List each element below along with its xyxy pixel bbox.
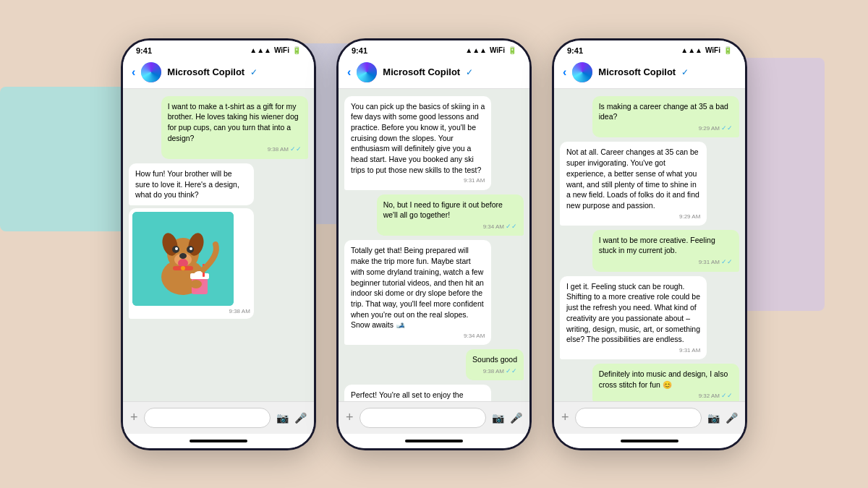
- bubble-time-3-1: 9:29 AM ✓✓: [599, 124, 733, 133]
- bubble-text-2-4: Sounds good: [472, 355, 517, 364]
- image-bubble-1: 9:38 AM: [129, 208, 254, 319]
- copilot-icon-3: [572, 62, 592, 82]
- phone-1: 9:41 ▲▲▲ WiFi 🔋 ‹ Microsoft Copilot ✓ I …: [121, 38, 316, 450]
- attach-button-2[interactable]: +: [346, 410, 354, 425]
- read-checkmarks-1-1: ✓✓: [290, 145, 302, 154]
- message-input-3[interactable]: [575, 408, 702, 428]
- status-icons-1: ▲▲▲ WiFi 🔋: [250, 46, 301, 54]
- svg-point-16: [190, 280, 202, 288]
- home-indicator-2: [339, 434, 529, 448]
- home-bar-2: [405, 440, 463, 442]
- chat-area-1: I want to make a t-shirt as a gift for m…: [123, 89, 314, 401]
- camera-button-1[interactable]: 📷: [276, 412, 289, 424]
- home-bar-3: [621, 440, 678, 442]
- bubble-3-1: Is making a career change at 35 a bad id…: [592, 96, 739, 138]
- bubble-2-3: Totally get that! Being prepared will ma…: [344, 240, 491, 345]
- svg-point-8: [175, 247, 178, 250]
- bubble-time-3-4: 9:31 AM: [566, 346, 700, 354]
- bubble-3-5: Definitely into music and design, I also…: [592, 364, 739, 401]
- bubble-text-3-3: I want to be more creative. Feeling stuc…: [599, 236, 715, 255]
- read-checkmarks-2-4: ✓✓: [506, 367, 517, 376]
- back-button-2[interactable]: ‹: [347, 66, 351, 79]
- status-icons-3: ▲▲▲ WiFi 🔋: [681, 46, 732, 54]
- status-time-1: 9:41: [136, 46, 152, 55]
- app-header-1: ‹ Microsoft Copilot ✓: [123, 58, 314, 89]
- dog-illustration: [132, 212, 234, 306]
- status-icons-2: ▲▲▲ WiFi 🔋: [465, 46, 516, 54]
- input-bar-3[interactable]: + 📷 🎤: [554, 401, 745, 434]
- wifi-icon-2: WiFi: [490, 46, 505, 54]
- signal-icon-3: ▲▲▲: [681, 46, 702, 54]
- status-time-2: 9:41: [352, 46, 367, 55]
- bubble-time-2-3: 9:34 AM: [351, 332, 485, 340]
- svg-point-6: [179, 253, 187, 259]
- verified-badge-2: ✓: [466, 67, 473, 77]
- status-bar-1: 9:41 ▲▲▲ WiFi 🔋: [123, 40, 314, 58]
- bubble-text-3-4: I get it. Feeling stuck can be rough. Sh…: [566, 282, 700, 343]
- read-checkmarks-2-2: ✓✓: [506, 222, 517, 231]
- camera-button-2[interactable]: 📷: [492, 412, 504, 424]
- message-input-1[interactable]: [144, 408, 271, 428]
- bubble-text-1-2: How fun! Your brother will be sure to lo…: [135, 169, 239, 199]
- phone-2: 9:41 ▲▲▲ WiFi 🔋 ‹ Microsoft Copilot ✓ Yo…: [336, 38, 532, 450]
- app-name-1: Microsoft Copilot: [167, 67, 244, 77]
- bubble-text-2-3: Totally get that! Being prepared will ma…: [351, 246, 484, 329]
- read-checkmarks-3-3: ✓✓: [721, 257, 733, 267]
- attach-button-1[interactable]: +: [130, 410, 138, 425]
- status-time-3: 9:41: [567, 46, 583, 55]
- bubble-text-2-2: No, but I need to figure it out before w…: [383, 200, 503, 220]
- message-row-1-1: I want to make a t-shirt as a gift for m…: [129, 96, 308, 159]
- bubble-2-4: Sounds good 9:38 AM ✓✓: [466, 349, 524, 380]
- home-indicator-3: [554, 434, 745, 448]
- battery-icon-2: 🔋: [508, 46, 516, 54]
- home-bar-1: [190, 440, 247, 442]
- home-indicator-1: [123, 434, 314, 448]
- back-button-3[interactable]: ‹: [563, 66, 566, 79]
- app-name-3: Microsoft Copilot: [598, 67, 676, 77]
- message-row-2-1: You can pick up the basics of skiing in …: [344, 96, 524, 190]
- verified-badge-3: ✓: [681, 67, 689, 77]
- message-row-2-5: Perfect! You're all set to enjoy the slo…: [344, 385, 524, 401]
- bubble-2-2: No, but I need to figure it out before w…: [377, 194, 524, 236]
- message-input-2[interactable]: [359, 408, 486, 428]
- bubble-time-3-3: 9:31 AM ✓✓: [599, 257, 733, 267]
- mic-button-3[interactable]: 🎤: [726, 412, 738, 424]
- signal-icon-2: ▲▲▲: [465, 46, 487, 54]
- input-bar-1[interactable]: + 📷 🎤: [123, 401, 314, 434]
- back-button-1[interactable]: ‹: [132, 66, 135, 79]
- message-row-3-3: I want to be more creative. Feeling stuc…: [560, 230, 739, 272]
- attach-button-3[interactable]: +: [561, 410, 569, 425]
- copilot-icon-2: [357, 62, 377, 82]
- chat-area-3: Is making a career change at 35 a bad id…: [554, 89, 745, 401]
- bubble-text-3-1: Is making a career change at 35 a bad id…: [599, 102, 728, 121]
- message-row-3-2: Not at all. Career changes at 35 can be …: [560, 142, 739, 225]
- message-row-2-3: Totally get that! Being prepared will ma…: [344, 240, 524, 345]
- bubble-text-2-1: You can pick up the basics of skiing in …: [351, 102, 485, 174]
- battery-icon-1: 🔋: [292, 46, 301, 54]
- camera-button-3[interactable]: 📷: [707, 412, 720, 424]
- copilot-icon-1: [141, 62, 161, 82]
- message-row-2-2: No, but I need to figure it out before w…: [344, 194, 524, 236]
- message-row-3-4: I get it. Feeling stuck can be rough. Sh…: [560, 276, 739, 359]
- bubble-text-2-5: Perfect! You're all set to enjoy the slo…: [351, 390, 475, 401]
- signal-icon-1: ▲▲▲: [250, 46, 271, 54]
- chat-area-2: You can pick up the basics of skiing in …: [339, 89, 529, 401]
- bubble-text-3-5: Definitely into music and design, I also…: [599, 369, 728, 389]
- bubble-1-2: How fun! Your brother will be sure to lo…: [129, 163, 254, 205]
- svg-point-18: [181, 266, 185, 270]
- input-bar-2[interactable]: + 📷 🎤: [339, 401, 529, 434]
- bubble-2-5: Perfect! You're all set to enjoy the slo…: [344, 385, 491, 401]
- phone-3: 9:41 ▲▲▲ WiFi 🔋 ‹ Microsoft Copilot ✓ Is…: [552, 38, 747, 450]
- mic-button-2[interactable]: 🎤: [510, 412, 522, 424]
- bubble-3-4: I get it. Feeling stuck can be rough. Sh…: [560, 276, 707, 359]
- bubble-time-2-1: 9:31 AM: [351, 176, 485, 184]
- wifi-icon-1: WiFi: [274, 46, 289, 54]
- bubble-text-1-1: I want to make a t-shirt as a gift for m…: [168, 102, 299, 142]
- bubble-2-1: You can pick up the basics of skiing in …: [344, 96, 491, 190]
- bubble-time-1-1: 9:38 AM ✓✓: [168, 145, 302, 154]
- mic-button-1[interactable]: 🎤: [294, 412, 307, 424]
- bubble-1-1: I want to make a t-shirt as a gift for m…: [161, 96, 308, 159]
- read-checkmarks-3-1: ✓✓: [721, 124, 733, 133]
- message-row-1-2: How fun! Your brother will be sure to lo…: [129, 163, 308, 319]
- message-row-2-4: Sounds good 9:38 AM ✓✓: [344, 349, 524, 380]
